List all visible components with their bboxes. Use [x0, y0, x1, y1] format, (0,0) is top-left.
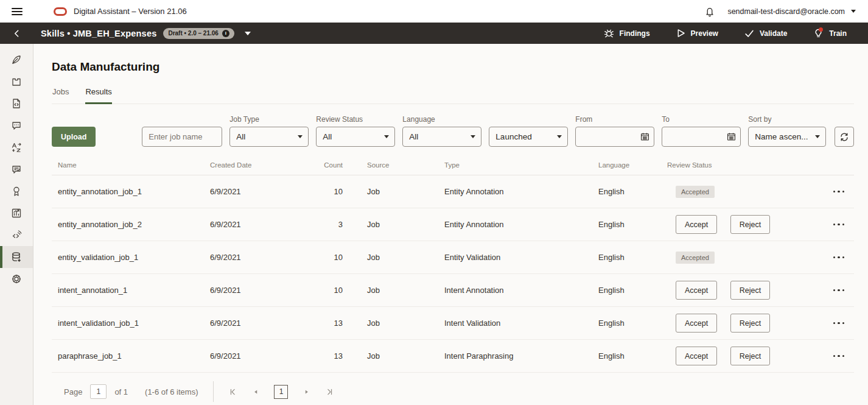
- translate-icon: [10, 141, 23, 153]
- sidebar-item-skill-store[interactable]: [0, 71, 33, 93]
- page-number-input[interactable]: 1: [90, 384, 107, 399]
- sidebar-item-conversation[interactable]: [0, 114, 33, 136]
- calendar-icon[interactable]: [640, 132, 650, 144]
- sidebar-item-channels[interactable]: [0, 224, 33, 246]
- cell-count: 13: [289, 351, 343, 361]
- sidebar-item-insights[interactable]: [0, 202, 33, 224]
- skill-menu-chevron-icon[interactable]: [245, 32, 251, 35]
- reject-button[interactable]: Reject: [730, 215, 770, 234]
- calendar-icon[interactable]: [726, 132, 737, 144]
- chevron-down-icon: [557, 135, 562, 138]
- table-row: paraphrase_job_1 6/9/2021 13 Job Intent …: [52, 340, 854, 373]
- cell-language: English: [574, 351, 643, 361]
- filter-toolbar: Upload Job Type All Review Status All: [52, 115, 854, 147]
- cell-type: Entity Annotation: [420, 220, 574, 229]
- from-label: From: [575, 115, 654, 124]
- accept-button[interactable]: Accept: [676, 215, 717, 234]
- next-page-button[interactable]: [302, 389, 310, 395]
- ribbon-icon: [10, 185, 23, 197]
- cell-language: English: [574, 253, 643, 262]
- to-label: To: [662, 115, 741, 124]
- cell-created-date: 6/9/2021: [210, 351, 289, 361]
- table-row: intent_validation_job_1 6/9/2021 13 Job …: [52, 307, 854, 340]
- sidebar-item-annotation[interactable]: [0, 158, 33, 180]
- info-icon[interactable]: i: [222, 30, 229, 37]
- language-select[interactable]: All: [402, 127, 481, 147]
- pagination-bar: Page 1 of 1 (1-6 of 6 items) 1: [52, 380, 854, 403]
- row-actions-menu[interactable]: [831, 220, 847, 230]
- settings-gear-icon: [10, 273, 23, 285]
- cell-count: 10: [289, 187, 343, 196]
- reject-button[interactable]: Reject: [730, 314, 770, 333]
- review-status-select[interactable]: All: [316, 127, 395, 147]
- accept-button[interactable]: Accept: [676, 347, 717, 365]
- cell-count: 10: [289, 253, 343, 262]
- reject-button[interactable]: Reject: [730, 281, 770, 300]
- skill-store-icon: [10, 76, 23, 88]
- row-actions-menu[interactable]: [831, 351, 847, 361]
- tab-results[interactable]: Results: [85, 87, 111, 104]
- cell-language: English: [574, 187, 643, 196]
- job-name-input[interactable]: [142, 127, 222, 147]
- preview-button[interactable]: Preview: [663, 23, 731, 44]
- insights-chart-icon: [10, 207, 23, 219]
- col-header-created-date: Created Date: [210, 161, 289, 169]
- upload-button[interactable]: Upload: [52, 127, 96, 147]
- sidebar-item-data-manufacturing[interactable]: [0, 246, 33, 268]
- last-page-button[interactable]: [324, 388, 333, 396]
- sidebar-item-translate[interactable]: [0, 136, 33, 158]
- sidebar-item-artifacts[interactable]: [0, 93, 33, 114]
- review-status-label: Review Status: [316, 115, 395, 124]
- col-header-language: Language: [574, 161, 643, 169]
- page-label: Page: [64, 387, 82, 396]
- cell-name: entity_annotation_job_1: [52, 187, 210, 196]
- play-icon: [676, 28, 686, 38]
- sidebar-item-settings[interactable]: [0, 268, 33, 290]
- cell-type: Entity Validation: [420, 253, 574, 262]
- sidebar-item-flows[interactable]: [0, 49, 33, 71]
- table-row: entity_annotation_job_1 6/9/2021 10 Job …: [52, 175, 854, 208]
- job-type-select[interactable]: All: [229, 127, 309, 147]
- findings-label: Findings: [620, 29, 650, 38]
- row-actions-menu[interactable]: [831, 319, 847, 328]
- cell-name: paraphrase_job_1: [52, 351, 210, 361]
- cell-source: Job: [343, 319, 420, 328]
- tab-jobs[interactable]: Jobs: [52, 87, 69, 104]
- first-page-button[interactable]: [229, 388, 237, 396]
- accept-button[interactable]: Accept: [676, 314, 717, 333]
- findings-button[interactable]: Findings: [590, 23, 663, 44]
- col-header-count: Count: [289, 161, 343, 169]
- notifications-bell-icon[interactable]: [704, 6, 715, 17]
- col-header-type: Type: [420, 161, 574, 169]
- results-table: Name Created Date Count Source Type Lang…: [52, 155, 854, 373]
- refresh-button[interactable]: [835, 127, 854, 147]
- previous-page-button[interactable]: [251, 389, 260, 395]
- row-actions-menu[interactable]: [831, 187, 847, 197]
- chevron-down-icon: [384, 135, 389, 138]
- pagination-divider: [213, 381, 214, 402]
- sidebar-item-quality[interactable]: [0, 180, 33, 202]
- cell-name: entity_validation_job_1: [52, 253, 210, 262]
- sort-by-select[interactable]: Name ascen...: [748, 127, 826, 147]
- brand: Digital Assistant – Version 21.06: [54, 7, 187, 16]
- train-button[interactable]: Train: [800, 23, 859, 44]
- validate-button[interactable]: Validate: [731, 23, 800, 44]
- back-button[interactable]: [0, 29, 33, 38]
- version-badge: Draft • 2.0 – 21.06 i: [163, 28, 234, 39]
- train-label: Train: [829, 29, 847, 38]
- current-page-button[interactable]: 1: [274, 385, 288, 399]
- reject-button[interactable]: Reject: [730, 347, 770, 365]
- accept-button[interactable]: Accept: [676, 281, 717, 300]
- validate-label: Validate: [760, 29, 787, 38]
- chevron-down-icon: [298, 135, 303, 138]
- launch-status-select[interactable]: Launched: [489, 127, 568, 147]
- row-actions-menu[interactable]: [831, 253, 847, 262]
- cell-type: Entity Annotation: [420, 187, 574, 196]
- user-email: sendmail-test-discard@oracle.com: [727, 7, 845, 16]
- status-badge-accepted: Accepted: [676, 252, 715, 264]
- status-badge-accepted: Accepted: [676, 186, 715, 198]
- row-actions-menu[interactable]: [831, 286, 847, 295]
- account-menu[interactable]: sendmail-test-discard@oracle.com: [727, 7, 856, 16]
- hamburger-menu-icon[interactable]: [0, 6, 33, 17]
- job-type-label: Job Type: [229, 115, 309, 124]
